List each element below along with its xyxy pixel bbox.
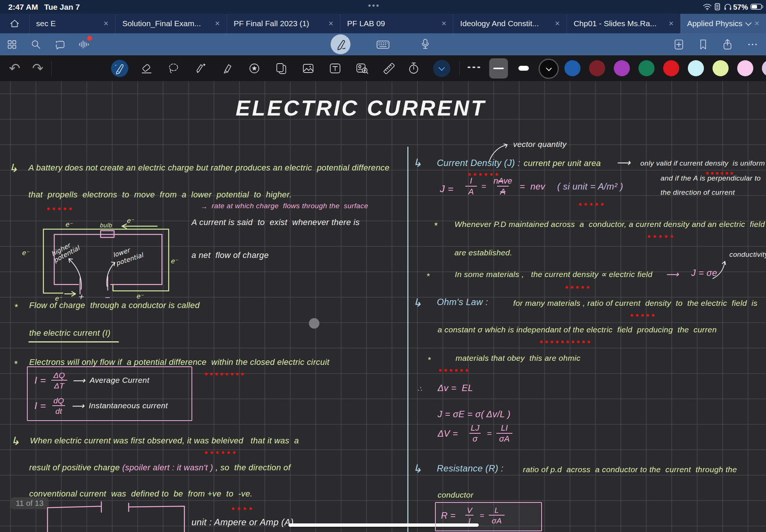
tab-ideology-and-constitution[interactable]: Ideology And Constit... × [453, 14, 566, 33]
eq-j-sigma-e: J = σe [691, 267, 717, 279]
electron-label: e⁻ [171, 257, 178, 265]
collapse-toolbar-button[interactable] [433, 60, 450, 77]
eq-lhs: I = [34, 400, 46, 412]
close-icon[interactable]: × [667, 19, 675, 28]
more-options-button[interactable] [745, 37, 760, 52]
eq-dv-el: Δv = EL [438, 382, 473, 394]
electron-label: e⁻ [22, 249, 30, 256]
redo-button[interactable]: ↷ [29, 60, 46, 77]
elements-search-tool[interactable] [353, 60, 371, 77]
electron-label: e⁻ [65, 221, 73, 228]
pen-tool-row: ↶ ↷ [0, 55, 766, 81]
notification-badge [87, 36, 92, 41]
partial-circuit-sketch [37, 497, 194, 532]
close-icon[interactable]: × [554, 19, 561, 28]
eq-label: Instantaneous current [89, 401, 168, 410]
lasso-tool[interactable] [165, 60, 182, 77]
undo-button[interactable]: ↶ [6, 60, 23, 77]
note-flow-line1: Flow of charge through a conductor is ca… [29, 300, 200, 311]
close-icon[interactable]: × [214, 19, 221, 28]
microphone-button[interactable] [418, 37, 433, 52]
shape-pen-tool[interactable] [192, 60, 209, 77]
ai-assistant-button[interactable] [52, 37, 67, 52]
color-swatch-partial[interactable] [762, 60, 766, 76]
bullet-hook: ↳ [10, 434, 20, 448]
note-unit-line: unit : Ampere or Amp (A) [192, 517, 294, 528]
note-whenever-line1: Whenever P.D maintained across a conduct… [454, 219, 765, 229]
bullet-hook: ↳ [413, 156, 422, 170]
goodnotes-app-window: 2:47 AM Tue Jan 7 ••• 57% sec E × Soluti… [0, 0, 766, 532]
timer-tool[interactable] [405, 60, 422, 77]
share-button[interactable] [720, 37, 735, 52]
red-dotted-underline [566, 286, 589, 289]
highlighter-tool[interactable] [219, 60, 236, 77]
home-button[interactable] [0, 14, 29, 33]
thumbnails-grid-button[interactable] [4, 37, 19, 52]
eraser-tool[interactable] [138, 60, 155, 77]
note-page-canvas[interactable]: ELECTRIC CURRENT ↳ A battery does not cr… [0, 81, 766, 532]
note-ohms-law-line2: a constant σ which is independant of the… [438, 325, 717, 335]
cards-tool[interactable] [273, 60, 290, 77]
fountain-pen-tool-selected[interactable] [111, 60, 128, 77]
color-swatch-maroon[interactable] [589, 60, 605, 76]
note-resistance-head: Resistance (R) : [437, 463, 503, 474]
resistance-formula-box: R = VI = LσA [435, 502, 542, 531]
color-wheel-button[interactable] [539, 59, 559, 79]
red-dotted-underline [205, 373, 244, 375]
search-button[interactable] [28, 37, 43, 52]
tab-label: PF LAB 09 [347, 19, 436, 28]
bullet-hook: ↳ [413, 296, 422, 310]
tab-pf-lab-09[interactable]: PF LAB 09 × [340, 14, 453, 33]
tab-applied-physics-active[interactable]: Applied Physics × [680, 14, 766, 33]
bookmark-button[interactable] [696, 37, 711, 52]
note-current-exists-line1: A current is said to exist whenever ther… [192, 217, 360, 228]
dashed-stroke-style-button[interactable] [468, 67, 480, 68]
multitasking-dots-icon[interactable]: ••• [368, 1, 380, 10]
tab-label: Applied Physics [687, 19, 742, 28]
eq-dv2-lhs: ΔV = [438, 428, 458, 439]
pencil-mode-toggle[interactable] [331, 34, 350, 54]
main-toolbar [0, 33, 766, 55]
note-battery-line1: A battery does not create an electric ch… [28, 163, 389, 173]
tab-label: PF Final Fall 2023 (1) [234, 19, 323, 28]
color-swatch-purple[interactable] [614, 60, 630, 76]
text-tool[interactable] [327, 60, 344, 77]
scroll-handle[interactable] [309, 318, 319, 329]
stroke-thickness-selected[interactable] [489, 58, 508, 79]
chevron-down-icon[interactable] [745, 20, 752, 26]
color-swatch-green[interactable] [638, 60, 655, 76]
tab-label: Chp01 - Slides Ms.Ra... [574, 19, 664, 28]
color-swatch-light-blue[interactable] [688, 60, 704, 76]
image-tool[interactable] [300, 60, 317, 77]
close-icon[interactable]: × [753, 19, 761, 28]
tab-sec-e[interactable]: sec E × [29, 14, 115, 33]
bullet-hook: ↳ [413, 462, 422, 476]
color-swatch-yellow-green[interactable] [713, 60, 729, 76]
close-icon[interactable]: × [327, 19, 335, 28]
red-dotted-underline [468, 173, 498, 176]
tab-pf-final-fall[interactable]: PF Final Fall 2023 (1) × [227, 14, 340, 33]
stroke-thickness-thick[interactable] [518, 66, 529, 71]
bullet-star: * [14, 359, 18, 370]
add-page-button[interactable] [671, 37, 686, 52]
wifi-icon [702, 3, 712, 10]
si-unit-note: ( si unit = A/m² ) [557, 181, 623, 192]
color-swatch-red[interactable] [663, 60, 679, 76]
audio-recording-button[interactable] [76, 37, 91, 52]
sticker-tool[interactable] [246, 60, 263, 77]
keyboard-button[interactable] [376, 37, 390, 52]
close-icon[interactable]: × [440, 19, 448, 28]
note-rate-annotation: rate at which charge flows through the s… [212, 202, 368, 210]
eq-j-sigma-dvl: J = σE = σ( Δv/L ) [438, 409, 511, 420]
tab-label: Ideology And Constit... [460, 19, 549, 28]
tab-chp01-slides[interactable]: Chp01 - Slides Ms.Ra... × [567, 14, 680, 33]
close-icon[interactable]: × [102, 19, 110, 28]
tab-solution-final-exam[interactable]: Solution_Final Exam... × [115, 14, 227, 33]
color-swatch-pink[interactable] [737, 60, 753, 76]
note-perpendicular-line2: the direction of current [661, 188, 735, 197]
note-title: ELECTRIC CURRENT [236, 95, 482, 122]
note-electrons-line: Electrons will only flow if a potential … [29, 357, 330, 368]
ruler-tool[interactable] [380, 60, 398, 77]
therefore-symbol: ∴ [417, 385, 422, 394]
color-swatch-blue[interactable] [564, 60, 580, 76]
